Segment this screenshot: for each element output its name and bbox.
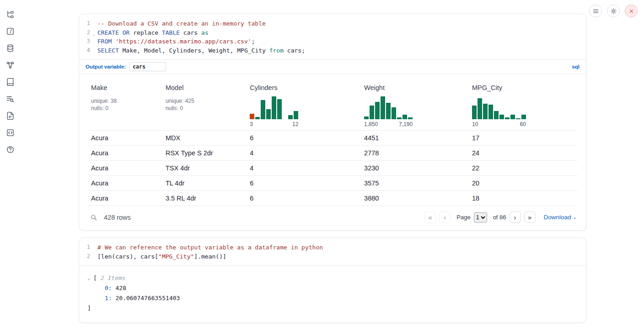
histogram-bar[interactable] [370, 106, 374, 119]
histogram-bar[interactable] [499, 115, 504, 119]
histogram-bar[interactable] [261, 100, 265, 119]
table-row[interactable]: AcuraTSX 4dr4323022 [87, 161, 578, 176]
histogram-bar[interactable] [288, 115, 293, 119]
column-header-mpg-city[interactable]: MPG_City 10 60 [468, 80, 578, 131]
histogram-bar[interactable] [255, 117, 260, 119]
download-button[interactable]: Download ⌄ [544, 214, 577, 221]
column-title: Make [91, 84, 158, 91]
next-page-button[interactable]: › [510, 211, 521, 223]
column-title: Cylinders [250, 84, 357, 91]
shutdown-button[interactable] [625, 5, 638, 17]
line-number: 3 [79, 37, 93, 46]
column-header-model[interactable]: Model unique: 425 nulls: 0 [162, 80, 246, 131]
table-cell: TSX 4dr [162, 161, 246, 176]
menu-button[interactable] [589, 5, 602, 17]
tree-entries: 0: 4281: 20.060747663551403 [87, 283, 578, 303]
histogram-bar[interactable] [266, 109, 271, 119]
histogram-bar[interactable] [277, 99, 282, 119]
histogram-bar[interactable] [375, 102, 380, 119]
help-icon[interactable] [5, 144, 15, 154]
code-line: 3FROM 'https://datasets.marimo.app/cars.… [79, 37, 586, 46]
column-header-weight[interactable]: Weight 1,850 7,190 [360, 80, 468, 131]
table-row[interactable]: AcuraTL 4dr6357520 [87, 176, 578, 191]
table-row[interactable]: AcuraMDX6445117 [87, 131, 578, 146]
search-button[interactable] [88, 214, 99, 221]
histogram-bar[interactable] [505, 117, 510, 119]
code-line: 1# We can reference the output variable … [79, 243, 586, 252]
code-line: 2[len(cars), cars["MPG_City"].mean()] [79, 252, 586, 261]
column-title: Weight [364, 84, 465, 91]
histogram-bar[interactable] [494, 111, 499, 119]
prev-page-button[interactable]: ‹ [439, 211, 451, 223]
output-variable-label: Output variable: [86, 64, 126, 69]
table-cell: 6 [246, 191, 360, 206]
line-number: 1 [79, 19, 93, 28]
histogram-bar[interactable] [386, 103, 391, 119]
histogram-bar[interactable] [472, 106, 477, 119]
histogram-bar[interactable] [521, 115, 526, 119]
pagination: « ‹ Page 1 of 86 › » [424, 211, 535, 223]
last-page-button[interactable]: » [524, 211, 536, 223]
total-pages-label: of 86 [493, 214, 506, 221]
histogram-bar[interactable] [402, 115, 407, 119]
histogram-axis: 3 12 [250, 121, 298, 127]
histogram-bar[interactable] [250, 114, 254, 119]
histogram-bar[interactable] [364, 116, 369, 119]
histogram-bar[interactable] [272, 96, 276, 119]
histogram: 1,850 7,190 [364, 95, 413, 127]
output-variable-input[interactable] [129, 62, 166, 71]
table-cell: Acura [87, 131, 162, 146]
table-cell: 4451 [360, 131, 468, 146]
collapse-icon[interactable]: ⌄ [87, 273, 93, 283]
python-code-editor[interactable]: 1# We can reference the output variable … [79, 238, 586, 265]
histogram-axis: 10 60 [472, 121, 526, 127]
table-cell: 3575 [360, 176, 468, 191]
search-icon [90, 214, 97, 221]
file-explorer-icon[interactable] [5, 9, 15, 19]
code-line: 4SELECT Make, Model, Cylinders, Weight, … [79, 46, 586, 55]
column-stats: unique: 425 nulls: 0 [166, 97, 242, 112]
histogram-bar[interactable] [478, 98, 482, 119]
histogram-bar[interactable] [516, 118, 521, 119]
datasources-icon[interactable] [5, 43, 15, 53]
sql-code-editor[interactable]: 1-- Download a CSV and create an in-memo… [79, 14, 586, 59]
row-count: 428 rows [104, 214, 131, 221]
histogram-bar[interactable] [510, 115, 515, 119]
dependency-graph-icon[interactable] [5, 60, 15, 70]
histogram-bar[interactable] [392, 107, 396, 119]
table-of-contents-icon[interactable] [5, 94, 15, 104]
functions-icon[interactable]: f [5, 26, 15, 36]
histogram: 3 12 [250, 95, 298, 127]
table-cell: TL 4dr [162, 176, 246, 191]
histogram-bar[interactable] [488, 105, 493, 119]
gear-icon [610, 8, 617, 15]
histogram-bar[interactable] [397, 117, 402, 119]
column-header-cylinders[interactable]: Cylinders 3 12 [246, 80, 360, 131]
language-tag[interactable]: sql [572, 64, 580, 69]
logs-icon[interactable] [5, 127, 15, 137]
histogram-bar[interactable] [294, 111, 298, 119]
code-line: 1-- Download a CSV and create an in-memo… [79, 19, 586, 28]
column-header-make[interactable]: Make unique: 38 nulls: 0 [87, 80, 162, 131]
documentation-icon[interactable] [5, 77, 15, 87]
histogram-bar[interactable] [381, 96, 385, 119]
page-select[interactable]: 1 [474, 212, 487, 222]
table-cell: 17 [468, 131, 578, 146]
table-cell: 22 [468, 161, 578, 176]
column-title: MPG_City [472, 84, 574, 91]
histogram-bar[interactable] [483, 104, 488, 119]
sidebar: f [0, 0, 20, 333]
histogram-bar[interactable] [408, 117, 413, 119]
list-item: 1: 20.060747663551403 [87, 293, 578, 303]
line-number: 1 [79, 243, 93, 252]
menu-icon [592, 8, 599, 15]
items-count: 2 Items [101, 273, 126, 283]
settings-button[interactable] [607, 5, 620, 17]
table-output: Make unique: 38 nulls: 0 Model unique: 4… [79, 74, 586, 230]
table-cell: 3.5 RL 4dr [162, 191, 246, 206]
first-page-button[interactable]: « [424, 211, 436, 223]
table-row[interactable]: Acura3.5 RL 4dr6388018 [87, 191, 578, 206]
snippets-icon[interactable] [5, 111, 15, 121]
table-footer: 428 rows « ‹ Page 1 of 86 › » Download ⌄ [87, 206, 578, 227]
table-row[interactable]: AcuraRSX Type S 2dr4277824 [87, 146, 578, 161]
